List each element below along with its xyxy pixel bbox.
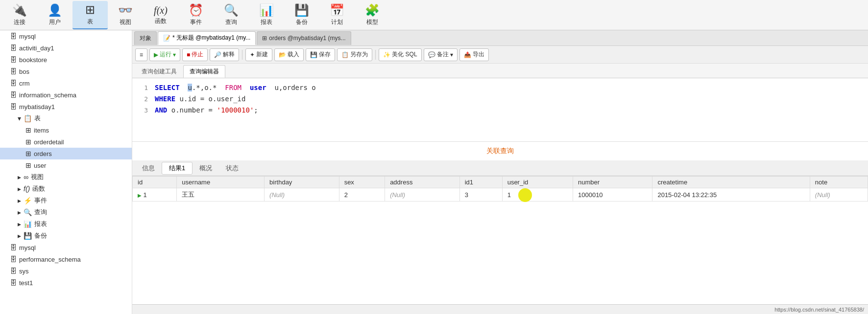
tab-orders[interactable]: ⊞ orders @mybatisday1 (mys... (257, 31, 351, 45)
sidebar-item-mysql[interactable]: 🗄 mysql (0, 30, 132, 42)
db-icon: 🗄 (10, 267, 17, 275)
export-button[interactable]: 📤 导出 (459, 48, 489, 61)
sidebar-item-test1[interactable]: 🗄 test1 (0, 277, 132, 289)
cell-note: (Null) (810, 188, 868, 202)
tab-query1[interactable]: 📝 * 无标题 @mybatisday1 (my... (158, 31, 256, 45)
run-dropdown-icon: ▾ (173, 51, 176, 58)
toolbar-model-label: 模型 (366, 18, 378, 26)
sidebar-label: bos (19, 68, 29, 75)
line-number-2: 2 (138, 94, 148, 105)
sidebar-item-queries-group[interactable]: ▸ 🔍 查询 (0, 206, 132, 218)
sidebar-item-user[interactable]: ⊞ user (0, 159, 132, 171)
cell-user-id: 1 (502, 188, 573, 202)
toolbar-function[interactable]: f(x) 函数 (143, 1, 178, 29)
toolbar-schedule-label: 计划 (331, 18, 343, 26)
save-as-button[interactable]: 📋 另存为 (337, 48, 372, 61)
result-tab-status[interactable]: 状态 (219, 162, 245, 175)
beautify-label: 美化 SQL (392, 50, 417, 59)
new-button[interactable]: ✦ 新建 (245, 48, 272, 61)
sidebar-item-functions-group[interactable]: ▸ f() 函数 (0, 183, 132, 195)
toolbar-backup-label: 备份 (296, 18, 308, 26)
sidebar-item-sys[interactable]: 🗄 sys (0, 265, 132, 277)
sidebar: 🗄 mysql 🗄 activiti_day1 🗄 bookstore 🗄 bo… (0, 30, 132, 314)
toolbar-table[interactable]: ⊞ 表 (72, 1, 108, 29)
sidebar-label: performance_schema (19, 256, 81, 263)
sidebar-label: bookstore (19, 56, 47, 64)
result-tab-profile[interactable]: 概况 (193, 162, 219, 175)
sidebar-item-mysql2[interactable]: 🗄 mysql (0, 242, 132, 253)
col-note: note (810, 177, 868, 188)
table-icon: ⊞ (25, 126, 31, 134)
toolbar-backup[interactable]: 💾 备份 (284, 1, 319, 29)
query-group-icon: 🔍 (24, 208, 32, 216)
results-area: 信息 结果1 概况 状态 (132, 160, 868, 304)
sidebar-label: user (34, 162, 46, 169)
col-sex: sex (339, 177, 385, 188)
view-group-icon: ∞ (24, 173, 28, 181)
toolbar-event[interactable]: ⏰ 事件 (178, 1, 214, 29)
menu-button[interactable]: ≡ (135, 48, 147, 61)
tab-object-label: 对象 (140, 34, 151, 43)
toolbar-connect[interactable]: 🔌 连接 (2, 1, 37, 29)
comment-button[interactable]: 💬 备注 ▾ (424, 48, 458, 61)
sidebar-item-tables-group[interactable]: ▾ 📋 表 (0, 112, 132, 124)
sidebar-item-orders[interactable]: ⊞ orders (0, 148, 132, 159)
toolbar-divider2 (375, 50, 376, 60)
toolbar-schedule[interactable]: 📅 计划 (319, 1, 355, 29)
sidebar-item-events-group[interactable]: ▸ ⚡ 事件 (0, 195, 132, 206)
toolbar-view-label: 视图 (120, 18, 131, 26)
toolbar-report[interactable]: 📊 报表 (249, 1, 284, 29)
toolbar-model[interactable]: 🧩 模型 (355, 1, 390, 29)
result-tab-result1[interactable]: 结果1 (162, 162, 193, 175)
sidebar-item-mybatisday1[interactable]: 🗄 mybatisday1 (0, 101, 132, 112)
tab-object[interactable]: 对象 (134, 31, 157, 45)
explain-icon: 🔎 (214, 51, 221, 58)
run-button[interactable]: ▶ 运行 ▾ (149, 48, 180, 61)
code-editor[interactable]: 1 SELECT u.*,o.* FROM user u,orders o 2 … (132, 78, 868, 142)
tab-orders-label: orders @mybatisday1 (mys... (269, 35, 345, 42)
query-icon: 🔍 (224, 3, 239, 17)
table-row[interactable]: ▶ 1 王五 (Null) 2 (Null) 3 1 1000010 20 (133, 188, 868, 202)
sidebar-item-activiti[interactable]: 🗄 activiti_day1 (0, 42, 132, 54)
toolbar-query[interactable]: 🔍 查询 (214, 1, 249, 29)
sidebar-label: mybatisday1 (19, 103, 55, 111)
result-tab-info-label: 信息 (142, 164, 155, 173)
sidebar-item-views-group[interactable]: ▸ ∞ 视图 (0, 171, 132, 183)
code-line-2: 2 WHERE u.id = o.user_id (138, 93, 862, 105)
comment-label: 备注 (437, 50, 449, 59)
explain-button[interactable]: 🔎 解释 (210, 48, 239, 61)
toolbar-view[interactable]: 👓 视图 (108, 1, 143, 29)
sub-tab-editor[interactable]: 查询编辑器 (183, 65, 225, 78)
sidebar-item-bos[interactable]: 🗄 bos (0, 66, 132, 77)
sidebar-item-information-schema[interactable]: 🗄 information_schema (0, 89, 132, 101)
result-tab-info[interactable]: 信息 (135, 162, 162, 175)
sidebar-item-backups-group[interactable]: ▸ 💾 备份 (0, 230, 132, 242)
sidebar-item-performance-schema[interactable]: 🗄 performance_schema (0, 253, 132, 265)
sub-tab-builder[interactable]: 查询创建工具 (135, 65, 183, 78)
sidebar-label: mysql (19, 33, 36, 40)
result-tab-profile-label: 概况 (199, 164, 212, 173)
stop-button[interactable]: ■ 停止 (182, 48, 208, 61)
user-icon: 👤 (48, 3, 62, 17)
sidebar-item-reports-group[interactable]: ▸ 📊 报表 (0, 218, 132, 230)
sidebar-label: 备份 (34, 231, 47, 240)
sidebar-item-crm[interactable]: 🗄 crm (0, 77, 132, 89)
query-toolbar: ≡ ▶ 运行 ▾ ■ 停止 🔎 解释 ✦ 新建 (132, 46, 868, 64)
toolbar-user[interactable]: 👤 用户 (37, 1, 72, 29)
beautify-button[interactable]: ✨ 美化 SQL (379, 48, 421, 61)
annotation-text: 关联查询 (486, 147, 514, 155)
data-table-container[interactable]: id username birthday sex address id1 use… (132, 176, 868, 304)
result-tab-status-label: 状态 (226, 164, 239, 173)
sidebar-item-items[interactable]: ⊞ items (0, 124, 132, 136)
sidebar-item-bookstore[interactable]: 🗄 bookstore (0, 54, 132, 66)
save-label: 保存 (319, 50, 331, 59)
col-address: address (385, 177, 460, 188)
result-table: id username birthday sex address id1 use… (132, 176, 868, 202)
sub-tab-builder-label: 查询创建工具 (142, 67, 177, 76)
sidebar-label: 查询 (34, 208, 47, 217)
save-button[interactable]: 💾 保存 (306, 48, 335, 61)
db-icon: 🗄 (10, 67, 17, 75)
sidebar-item-orderdetail[interactable]: ⊞ orderdetail (0, 136, 132, 148)
load-button[interactable]: 📂 载入 (274, 48, 304, 61)
code-line-3: 3 AND o.number = '1000010'; (138, 105, 862, 116)
